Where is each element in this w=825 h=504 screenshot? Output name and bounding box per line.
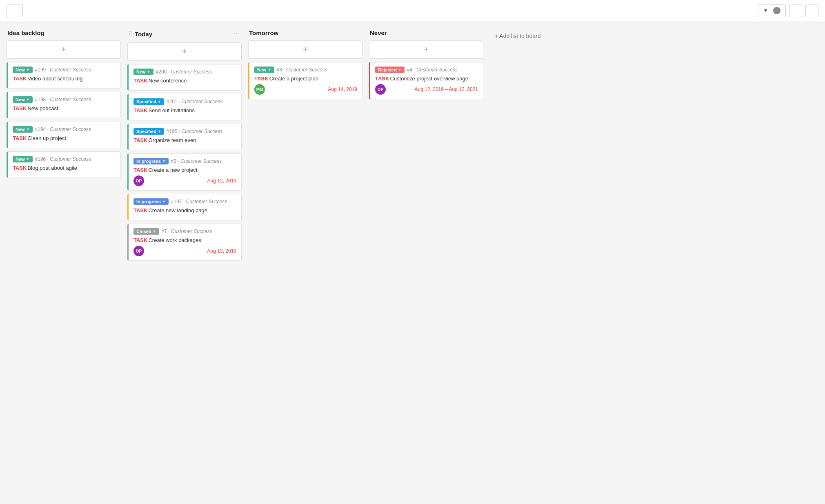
card-top: In progress ▼#197 · Customer Success bbox=[133, 198, 236, 205]
card-id: #198 bbox=[35, 97, 46, 102]
task-type-label: TASK bbox=[13, 105, 27, 111]
task-type-label: TASK bbox=[13, 135, 27, 141]
task-type-label: TASK bbox=[254, 75, 268, 82]
card-top: Specified ▼#195 · Customer Success bbox=[133, 128, 236, 135]
card-id: #199 bbox=[35, 67, 46, 73]
status-badge[interactable]: In progress ▼ bbox=[133, 158, 169, 164]
status-badge[interactable]: New ▼ bbox=[13, 126, 33, 133]
card-top: New ▼#198 · Customer Success bbox=[13, 96, 116, 103]
add-list-button[interactable]: + Add list to board bbox=[490, 29, 545, 42]
card[interactable]: New ▼#194 · Customer SuccessTASKClean up… bbox=[7, 122, 121, 148]
task-type-label: TASK bbox=[133, 107, 147, 113]
card-top: Closed ▼#7 · Customer Success bbox=[133, 228, 236, 235]
card[interactable]: Closed ▼#7 · Customer SuccessTASKCreate … bbox=[127, 224, 242, 261]
card-title: TASKVideo about scheduling bbox=[13, 75, 116, 82]
status-badge[interactable]: New ▼ bbox=[13, 67, 33, 73]
filter-count-badge bbox=[773, 7, 781, 14]
card-project: Customer Success bbox=[50, 97, 91, 102]
card-footer: OPAug 12, 2019 – Aug 12, 2021 bbox=[375, 84, 478, 95]
avatar: MM bbox=[254, 84, 265, 95]
card[interactable]: New ▼#199 · Customer SuccessTASKVideo ab… bbox=[7, 62, 121, 89]
back-button[interactable] bbox=[7, 4, 23, 17]
card-meta: #201 · Customer Success bbox=[167, 99, 222, 104]
column-idea-backlog: Idea backlog+New ▼#199 · Customer Succes… bbox=[7, 29, 121, 181]
status-badge[interactable]: In progress ▼ bbox=[133, 198, 169, 205]
card-title-text: Organize team even bbox=[148, 137, 196, 143]
task-type-label: TASK bbox=[133, 167, 147, 173]
task-type-label: TASK bbox=[133, 237, 147, 243]
status-badge[interactable]: Specified ▼ bbox=[133, 128, 164, 135]
status-badge[interactable]: Specified ▼ bbox=[133, 98, 164, 105]
card-separator: · bbox=[47, 67, 49, 73]
card-title-text: Video about scheduling bbox=[27, 75, 82, 82]
status-badge[interactable]: New ▼ bbox=[133, 69, 153, 75]
filter-button[interactable]: ▼ bbox=[758, 4, 786, 17]
card-title-text: Customize project overview page bbox=[390, 75, 468, 82]
card-title: TASKClean up project bbox=[13, 135, 116, 141]
card-footer: OPAug 12, 2019 bbox=[133, 175, 236, 186]
card-separator: · bbox=[283, 67, 285, 73]
card-meta: #197 · Customer Success bbox=[171, 199, 227, 204]
card-top: Specified ▼#201 · Customer Success bbox=[133, 98, 236, 105]
card-date: Aug 14, 2019 bbox=[328, 87, 357, 92]
card-footer: OPAug 13, 2019 bbox=[133, 246, 236, 256]
card[interactable]: New ▼#196 · Customer SuccessTASKBlog pos… bbox=[7, 151, 121, 178]
card-title-text: Create new landing page bbox=[148, 207, 207, 213]
column-more-button-today[interactable]: ··· bbox=[232, 29, 241, 38]
card-separator: · bbox=[183, 199, 185, 204]
badge-arrow-icon: ▼ bbox=[398, 68, 402, 72]
card-id: #195 bbox=[167, 129, 178, 134]
more-options-button[interactable] bbox=[805, 4, 818, 17]
add-card-button-never[interactable]: + bbox=[369, 40, 483, 59]
add-card-button-tomorrow[interactable]: + bbox=[248, 40, 362, 59]
card-date: Aug 12, 2019 bbox=[207, 178, 236, 184]
expand-button[interactable] bbox=[789, 4, 802, 17]
card-top: New ▼#196 · Customer Success bbox=[13, 156, 116, 162]
task-type-label: TASK bbox=[133, 137, 147, 143]
header: ▼ bbox=[0, 0, 825, 21]
status-badge[interactable]: New ▼ bbox=[254, 67, 274, 73]
card-top: New ▼#8 · Customer Success bbox=[254, 67, 357, 73]
badge-arrow-icon: ▼ bbox=[147, 70, 151, 74]
card[interactable]: New ▼#8 · Customer SuccessTASKCreate a p… bbox=[248, 62, 362, 99]
card-meta: #8 · Customer Success bbox=[277, 67, 327, 73]
board: Idea backlog+New ▼#199 · Customer Succes… bbox=[0, 21, 825, 504]
add-card-button-today[interactable]: + bbox=[127, 42, 242, 61]
column-drag-handle[interactable]: ⠿ bbox=[128, 31, 132, 37]
status-badge[interactable]: New ▼ bbox=[13, 156, 33, 162]
card-meta: #195 · Customer Success bbox=[167, 129, 222, 134]
card[interactable]: Specified ▼#195 · Customer SuccessTASKOr… bbox=[127, 124, 242, 150]
card[interactable]: New ▼#198 · Customer SuccessTASKNew podc… bbox=[7, 92, 121, 118]
card-separator: · bbox=[414, 67, 415, 73]
card-id: #201 bbox=[167, 99, 178, 104]
card-title-text: New conference bbox=[148, 78, 187, 84]
status-badge[interactable]: New ▼ bbox=[13, 96, 33, 103]
card-project: Customer Success bbox=[182, 99, 223, 104]
card-separator: · bbox=[168, 69, 169, 75]
card-meta: #194 · Customer Success bbox=[35, 127, 91, 132]
column-header-tomorrow: Tomorrow bbox=[248, 29, 362, 36]
badge-arrow-icon: ▼ bbox=[26, 98, 30, 102]
card-separator: · bbox=[179, 99, 180, 104]
badge-arrow-icon: ▼ bbox=[158, 100, 161, 104]
card[interactable]: In progress ▼#197 · Customer SuccessTASK… bbox=[127, 194, 242, 220]
column-never: Never+Rejected ▼#4 · Customer SuccessTAS… bbox=[369, 29, 483, 102]
avatar: OP bbox=[133, 175, 144, 186]
card-meta: #3 · Customer Success bbox=[171, 158, 222, 164]
card[interactable]: In progress ▼#3 · Customer SuccessTASKCr… bbox=[127, 153, 242, 191]
card-top: New ▼#194 · Customer Success bbox=[13, 126, 116, 133]
card[interactable]: New ▼#200 · Customer SuccessTASKNew conf… bbox=[127, 64, 242, 91]
status-badge[interactable]: Closed ▼ bbox=[133, 228, 159, 235]
card-title-text: Create a new project bbox=[148, 167, 197, 173]
column-header-today: ⠿Today··· bbox=[127, 29, 242, 38]
card-separator: · bbox=[47, 97, 49, 102]
header-actions: ▼ bbox=[758, 4, 818, 17]
card[interactable]: Rejected ▼#4 · Customer SuccessTASKCusto… bbox=[369, 62, 483, 99]
badge-arrow-icon: ▼ bbox=[268, 68, 271, 72]
avatar: OP bbox=[133, 246, 144, 256]
card[interactable]: Specified ▼#201 · Customer SuccessTASKSe… bbox=[127, 94, 242, 120]
add-card-button-idea-backlog[interactable]: + bbox=[7, 40, 121, 59]
card-meta: #4 · Customer Success bbox=[407, 67, 458, 73]
badge-arrow-icon: ▼ bbox=[153, 229, 156, 233]
status-badge[interactable]: Rejected ▼ bbox=[375, 67, 405, 73]
